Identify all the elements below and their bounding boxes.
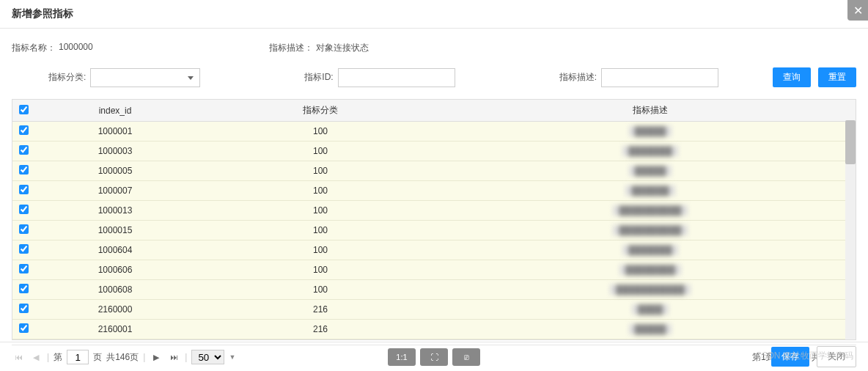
row-checkbox[interactable] [19, 205, 29, 214]
filter-bar: 指标分类: 指标ID: 指标描述: 查询 重置 [0, 62, 868, 99]
screen-icon: ⎚ [464, 353, 469, 361]
cell-category: 216 [196, 300, 445, 320]
cell-desc: ████ [445, 300, 856, 320]
cell-desc: ████████ [445, 260, 856, 280]
cell-category: 100 [196, 122, 445, 142]
screen-tool-button[interactable]: ⎚ [452, 348, 480, 366]
name-label: 指标名称： [12, 42, 56, 54]
cell-desc: ███████████ [445, 280, 856, 300]
desc-value: 对象连接状态 [316, 42, 369, 54]
cell-category: 100 [196, 221, 445, 240]
cell-category: 216 [196, 320, 445, 339]
cell-category: 100 [196, 240, 445, 260]
data-table: index_id 指标分类 指标描述 1000001 100 █████ 100… [12, 100, 856, 339]
close-button[interactable]: ✕ [847, 0, 868, 21]
filter-desc-label: 指标描述: [559, 71, 597, 84]
row-checkbox[interactable] [19, 185, 29, 194]
cell-desc: █████ [445, 320, 856, 339]
close-icon: ✕ [853, 4, 863, 18]
cell-index-id: 1000003 [34, 142, 196, 161]
reset-button[interactable]: 重置 [818, 67, 856, 87]
dialog-title: 新增参照指标 [12, 7, 73, 21]
cell-category: 100 [196, 201, 445, 221]
row-checkbox[interactable] [19, 264, 29, 273]
table-row[interactable]: 1000001 100 █████ [12, 122, 856, 142]
filter-category-label: 指标分类: [48, 71, 86, 84]
fit-icon: ⛶ [430, 353, 438, 361]
table-row[interactable]: 1000015 100 ██████████ [12, 221, 856, 240]
row-checkbox[interactable] [19, 244, 29, 254]
table-row[interactable]: 1000606 100 ████████ [12, 260, 856, 280]
cell-desc: ███████ [445, 142, 856, 161]
select-all-checkbox[interactable] [19, 105, 29, 114]
dialog-footer: 1:1 ⛶ ⎚ 保存 关闭 [0, 342, 868, 371]
desc-label: 指标描述： [269, 42, 313, 54]
table-row[interactable]: 1000608 100 ███████████ [12, 280, 856, 300]
scrollbar-thumb[interactable] [845, 120, 856, 164]
table-container: index_id 指标分类 指标描述 1000001 100 █████ 100… [12, 99, 856, 340]
col-index-id: index_id [34, 100, 196, 122]
cell-category: 100 [196, 260, 445, 280]
cell-index-id: 1000604 [34, 240, 196, 260]
zoom-ratio-button[interactable]: 1:1 [388, 348, 416, 366]
cell-index-id: 1000001 [34, 122, 196, 142]
row-checkbox[interactable] [19, 145, 29, 155]
cell-desc: █████ [445, 161, 856, 181]
row-checkbox[interactable] [19, 284, 29, 293]
filter-category-select[interactable] [90, 68, 200, 87]
cell-index-id: 1000013 [34, 201, 196, 221]
row-checkbox[interactable] [19, 323, 29, 333]
cell-index-id: 1000005 [34, 161, 196, 181]
table-row[interactable]: 1000013 100 ██████████ [12, 201, 856, 221]
cell-index-id: 2160001 [34, 320, 196, 339]
query-button[interactable]: 查询 [773, 67, 811, 87]
col-desc: 指标描述 [445, 100, 856, 122]
info-row: 指标名称： 1000000 指标描述： 对象连接状态 [0, 29, 868, 62]
table-row[interactable]: 1000003 100 ███████ [12, 142, 856, 161]
col-category: 指标分类 [196, 100, 445, 122]
table-row[interactable]: 1000005 100 █████ [12, 161, 856, 181]
cell-category: 100 [196, 181, 445, 201]
cell-desc: █████ [445, 122, 856, 142]
filter-id-label: 指标ID: [304, 71, 333, 84]
row-checkbox[interactable] [19, 125, 29, 135]
filter-desc-input[interactable] [601, 68, 718, 87]
cell-category: 100 [196, 161, 445, 181]
filter-id-input[interactable] [338, 68, 455, 87]
table-row[interactable]: 1000007 100 ██████ [12, 181, 856, 201]
cell-desc: ███████ [445, 240, 856, 260]
cell-index-id: 2160000 [34, 300, 196, 320]
cell-index-id: 1000608 [34, 280, 196, 300]
fit-screen-button[interactable]: ⛶ [420, 348, 448, 366]
scrollbar-track[interactable] [845, 120, 856, 339]
table-row[interactable]: 2160000 216 ████ [12, 300, 856, 320]
cell-category: 100 [196, 142, 445, 161]
cell-category: 100 [196, 280, 445, 300]
cell-index-id: 1000015 [34, 221, 196, 240]
name-value: 1000000 [59, 42, 93, 54]
cell-index-id: 1000606 [34, 260, 196, 280]
row-checkbox[interactable] [19, 224, 29, 234]
row-checkbox[interactable] [19, 165, 29, 175]
watermark: CSDN @社牧而学轻声码 [755, 350, 853, 362]
row-checkbox[interactable] [19, 304, 29, 313]
cell-desc: ██████████ [445, 201, 856, 221]
cell-desc: ██████████ [445, 221, 856, 240]
table-row[interactable]: 1000604 100 ███████ [12, 240, 856, 260]
table-row[interactable]: 2160001 216 █████ [12, 320, 856, 339]
cell-desc: ██████ [445, 181, 856, 201]
cell-index-id: 1000007 [34, 181, 196, 201]
